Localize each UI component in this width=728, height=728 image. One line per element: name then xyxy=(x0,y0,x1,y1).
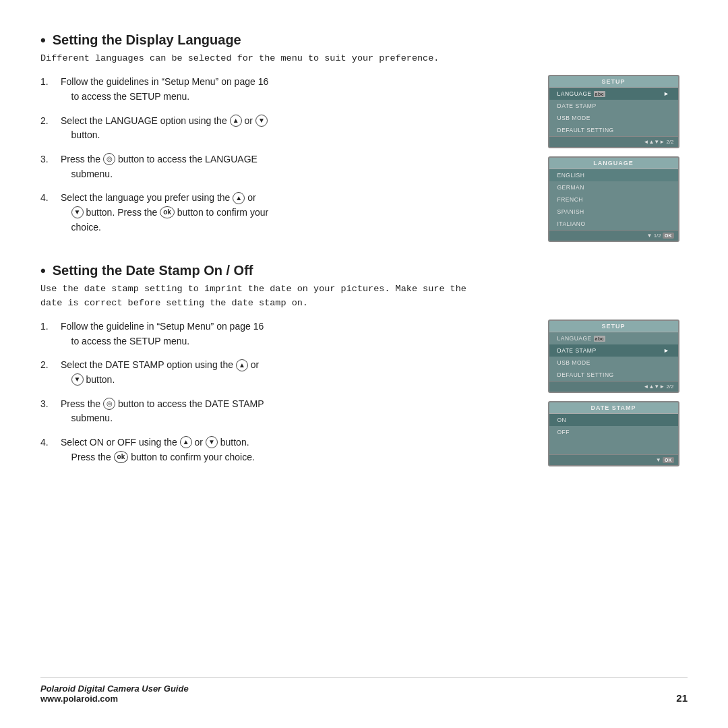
screen-row-german: GERMAN xyxy=(549,181,678,193)
section-title-language: • Setting the Display Language xyxy=(40,32,688,48)
screen-row-off: OFF xyxy=(549,426,678,438)
step-lang-1: 1. Follow the guidelines in “Setup Menu”… xyxy=(40,75,526,104)
screen-row-italiano: ITALIANO xyxy=(549,218,678,230)
down-icon-2: ▼ xyxy=(71,206,84,218)
section-heading-language: Setting the Display Language xyxy=(53,32,241,48)
datestamp-screen: DATE STAMP ON OFF ▼ OK xyxy=(548,401,679,466)
screen-header-2: SETUP xyxy=(549,321,678,332)
screen-row-english: ENGLISH xyxy=(549,169,678,181)
ok-icon-2: ok xyxy=(114,451,129,463)
up-icon-3: ▲ xyxy=(236,359,248,371)
ok-icon: ok xyxy=(160,206,175,218)
section-display-language: • Setting the Display Language Different… xyxy=(40,32,688,244)
section-desc-language: Different languages can be selected for … xyxy=(40,52,688,65)
screen-footer-2: ◄▲▼► 2/2 xyxy=(549,381,678,392)
up-icon: ▲ xyxy=(230,115,242,127)
down-icon-3: ▼ xyxy=(71,373,84,386)
datestamp-screen-footer: ▼ OK xyxy=(549,454,678,465)
lang-screen-header: LANGUAGE xyxy=(549,158,678,169)
footer-url: www.polaroid.com xyxy=(40,694,189,704)
setup-screen-1: SETUP LANGUAGE abc ► DATE STAMP USB MODE… xyxy=(548,75,679,148)
section-content-language: 1. Follow the guidelines in “Setup Menu”… xyxy=(40,75,688,244)
screen-row-datestamp-2: DATE STAMP ► xyxy=(549,344,678,357)
footer-left: Polaroid Digital Camera User Guide www.p… xyxy=(40,684,189,704)
screen-row-datestamp-1: DATE STAMP xyxy=(549,100,678,112)
set-icon-2: ◎ xyxy=(103,398,115,410)
section-date-stamp: • Setting the Date Stamp On / Off Use th… xyxy=(40,263,688,474)
screen-footer-1: ◄▲▼► 2/2 xyxy=(549,136,678,147)
setup-screen-2: SETUP LANGUAGE abc DATE STAMP ► USB MODE… xyxy=(548,320,679,393)
screen-row-language-1: LANGUAGE abc ► xyxy=(549,88,678,100)
section-title-datestamp: • Setting the Date Stamp On / Off xyxy=(40,263,688,278)
step-lang-4: 4. Select the language you prefer using … xyxy=(40,191,526,235)
up-icon-4: ▲ xyxy=(180,436,192,448)
screen-row-default-2: DEFAULT SETTING xyxy=(549,369,678,381)
footer-page-num: 21 xyxy=(676,692,688,704)
steps-language: 1. Follow the guidelines in “Setup Menu”… xyxy=(40,75,539,244)
screen-row-usb-1: USB MODE xyxy=(549,112,678,124)
step-date-4: 4. Select ON or OFF using the ▲ or ▼ but… xyxy=(40,435,526,464)
screen-row-default-1: DEFAULT SETTING xyxy=(549,124,678,136)
screen-row-french: FRENCH xyxy=(549,193,678,206)
screen-row-usb-2: USB MODE xyxy=(549,357,678,369)
screen-row-language-2: LANGUAGE abc xyxy=(549,332,678,344)
page-footer: Polaroid Digital Camera User Guide www.p… xyxy=(40,677,688,704)
screen-row-spanish: SPANISH xyxy=(549,206,678,218)
step-date-3: 3. Press the ◎ button to access the DATE… xyxy=(40,397,526,426)
down-icon: ▼ xyxy=(255,115,268,127)
lang-screen-footer: ▼ 1/2 OK xyxy=(549,230,678,241)
footer-title: Polaroid Digital Camera User Guide xyxy=(40,684,189,694)
up-icon-2: ▲ xyxy=(233,192,245,204)
set-icon: ◎ xyxy=(103,153,115,165)
screen-header-1: SETUP xyxy=(549,76,678,88)
step-lang-2: 2. Select the LANGUAGE option using the … xyxy=(40,114,526,143)
screen-row-on: ON xyxy=(549,414,678,426)
screens-language: SETUP LANGUAGE abc ► DATE STAMP USB MODE… xyxy=(539,75,688,244)
page: • Setting the Display Language Different… xyxy=(0,0,728,728)
section-desc-datestamp: Use the date stamp setting to imprint th… xyxy=(40,282,688,310)
step-date-1: 1. Follow the guideline in “Setup Menu” … xyxy=(40,320,526,348)
steps-datestamp: 1. Follow the guideline in “Setup Menu” … xyxy=(40,320,539,475)
datestamp-screen-header: DATE STAMP xyxy=(549,402,678,414)
step-date-2: 2. Select the DATE STAMP option using th… xyxy=(40,358,526,387)
down-icon-4: ▼ xyxy=(206,436,218,448)
section-content-datestamp: 1. Follow the guideline in “Setup Menu” … xyxy=(40,320,688,475)
step-lang-3: 3. Press the ◎ button to access the LANG… xyxy=(40,152,526,181)
language-screen: LANGUAGE ENGLISH GERMAN FRENCH SPANISH I… xyxy=(548,156,679,242)
section-heading-datestamp: Setting the Date Stamp On / Off xyxy=(53,263,253,278)
screens-datestamp: SETUP LANGUAGE abc DATE STAMP ► USB MODE… xyxy=(539,320,688,475)
